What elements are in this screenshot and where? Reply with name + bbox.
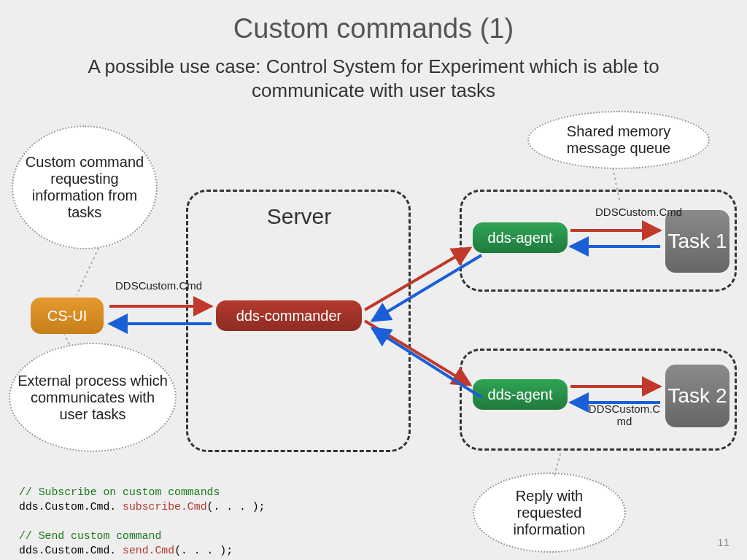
callout-text: Reply with requested information (481, 488, 617, 538)
ddscustomcmd-label-top: DDSCustom.Cmd (595, 206, 682, 218)
cs-ui-tag: CS-UI (31, 298, 104, 334)
callout-external-process: External process which communicates with… (9, 343, 177, 452)
code-comment-1: // Subscribe on custom commands (19, 486, 220, 498)
code-line-4b: (. . . ); (174, 545, 233, 556)
slide-subtitle: A possible use case: Control System for … (0, 44, 747, 102)
svg-line-0 (77, 248, 98, 295)
code-line-4a: dds.Custom.Cmd. (19, 545, 123, 556)
page-number: 11 (717, 536, 729, 548)
dds-agent-1-tag: dds-agent (473, 222, 568, 253)
dds-commander-tag: dds-commander (216, 300, 362, 331)
callout-text: Custom command requesting information fr… (20, 154, 149, 221)
code-line-2-fn: subscribe.Cmd (123, 501, 206, 513)
server-label: Server (241, 204, 357, 229)
ddscustomcmd-label-bottom: DDSCustom.C md (581, 402, 668, 427)
callout-custom-command: Custom command requesting information fr… (12, 125, 158, 249)
callout-reply: Reply with requested information (473, 472, 626, 553)
ddscustomcmd-label-left: DDSCustom.Cmd (115, 279, 202, 292)
callout-text: External process which communicates with… (18, 373, 168, 423)
dds-agent-2-tag: dds-agent (473, 379, 568, 410)
code-snippet: // Subscribe on custom commands dds.Cust… (19, 471, 265, 559)
code-line-2a: dds.Custom.Cmd. (19, 501, 123, 513)
task2-tag: Task 2 (665, 365, 729, 427)
svg-line-1 (64, 334, 69, 344)
code-comment-2: // Send custom command (19, 530, 161, 542)
task1-tag: Task 1 (665, 210, 729, 273)
code-line-2b: (. . . ); (207, 501, 266, 513)
callout-text: Shared memory message queue (536, 123, 701, 157)
callout-shared-memory: Shared memory message queue (527, 111, 710, 169)
slide-title: Custom commands (1) (0, 0, 747, 44)
code-line-4-fn: send.Cmd (123, 545, 174, 556)
svg-line-3 (554, 448, 562, 475)
